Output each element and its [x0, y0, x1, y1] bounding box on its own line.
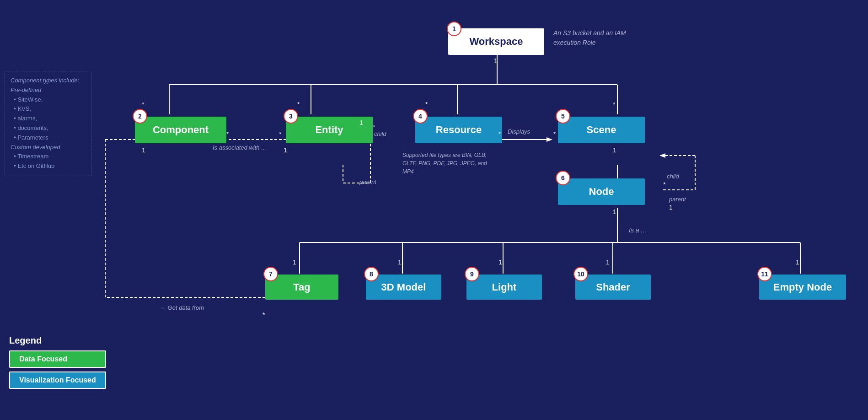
workspace-note: An S3 bucket and an IAM execution Role: [553, 28, 636, 48]
mult-e5: 1: [359, 119, 363, 126]
mult-n1: 1: [613, 208, 616, 215]
association-label: Is associated with ...: [213, 144, 266, 151]
legend-title: Legend: [9, 335, 106, 346]
mult-n3: 1: [669, 204, 673, 211]
isa-label: Is a ...: [629, 226, 646, 234]
component-label: Component: [153, 124, 209, 136]
legend-viz-focused: Visualization Focused: [9, 372, 106, 389]
resource-badge: 4: [413, 109, 428, 124]
emptynode-label: Empty Node: [773, 281, 832, 293]
shader-label: Shader: [596, 281, 630, 293]
component-node: Component: [135, 117, 226, 143]
diagram-container: Workspace 1 An S3 bucket and an IAM exec…: [0, 0, 868, 420]
parent-label-entity: parent: [359, 178, 376, 185]
entity-badge: 3: [284, 109, 298, 124]
component-note: Component types include: Pre-defined • S…: [5, 71, 91, 176]
legend: Legend Data Focused Visualization Focuse…: [9, 335, 106, 393]
mult-n2: *: [663, 181, 665, 188]
mult-e4: *: [373, 124, 375, 131]
node-label: Node: [589, 186, 614, 198]
child-label-node: child: [667, 173, 679, 180]
mult-s3: 1: [613, 146, 616, 154]
scene-label: Scene: [587, 124, 616, 136]
mult-en1: 1: [796, 258, 799, 266]
component-badge: 2: [133, 109, 147, 124]
resource-note: Supported file types are BIN, GLB, GLTF,…: [402, 151, 498, 176]
shader-badge: 10: [573, 267, 588, 281]
scene-node: Scene: [558, 117, 645, 143]
scene-badge: 5: [556, 109, 570, 124]
tag-badge: 7: [263, 267, 278, 281]
tag-label: Tag: [293, 281, 310, 293]
emptynode-node: Empty Node: [759, 275, 846, 300]
child-label-entity: child: [374, 130, 386, 137]
legend-data-focused: Data Focused: [9, 350, 106, 368]
mult-tag1: 1: [293, 258, 296, 266]
mult-workspace-1: 1: [494, 57, 498, 65]
mult-s1: *: [613, 101, 615, 108]
mult-c1: *: [142, 101, 144, 108]
node-node: Node: [558, 178, 645, 205]
mult-e3: *: [279, 130, 281, 138]
mult-e2: 1: [284, 146, 287, 154]
light-badge: 9: [465, 267, 479, 281]
mult-s2: *: [553, 130, 556, 138]
workspace-node: Workspace: [448, 28, 544, 55]
mult-c2: 1: [142, 146, 145, 154]
mult-c3: *: [226, 130, 229, 138]
parent-label-node: parent: [669, 196, 686, 203]
displays-label: Displays: [508, 128, 530, 135]
resource-label: Resource: [436, 124, 482, 136]
getdata-label: ← Get data from: [160, 304, 204, 311]
entity-label: Entity: [315, 124, 343, 136]
mult-sh1: 1: [606, 258, 610, 266]
mult-r1: *: [425, 101, 428, 108]
mult-l1: 1: [498, 258, 502, 266]
mult-r2: *: [498, 130, 501, 138]
mult-getdata: *: [263, 311, 265, 318]
mult-m1: 1: [398, 258, 402, 266]
model3d-label: 3D Model: [381, 281, 426, 293]
model3d-badge: 8: [364, 267, 379, 281]
node-badge: 6: [556, 171, 570, 185]
light-label: Light: [492, 281, 517, 293]
workspace-label: Workspace: [470, 36, 523, 48]
workspace-badge: 1: [447, 22, 461, 36]
mult-e1: *: [297, 101, 300, 108]
svg-marker-13: [547, 137, 552, 142]
diagram-lines: [0, 0, 868, 420]
emptynode-badge: 11: [757, 267, 772, 281]
svg-marker-18: [659, 153, 665, 158]
resource-node: Resource: [415, 117, 502, 143]
